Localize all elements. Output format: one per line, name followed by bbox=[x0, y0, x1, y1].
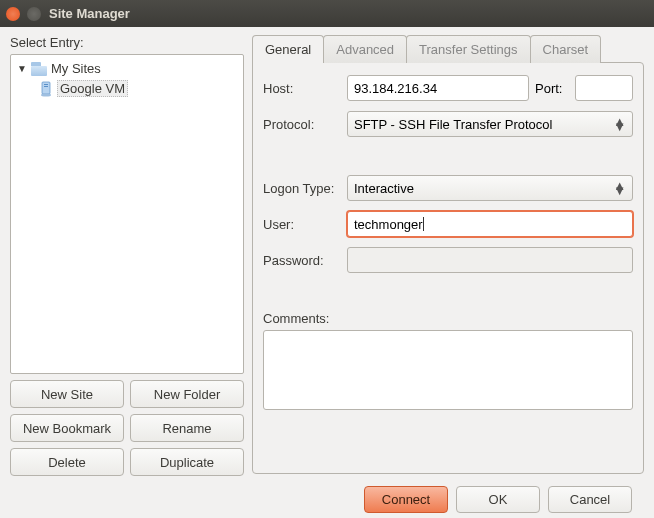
left-panel: Select Entry: ▼ My Sites Google VM New S… bbox=[10, 35, 244, 476]
user-label: User: bbox=[263, 217, 341, 232]
rename-button[interactable]: Rename bbox=[130, 414, 244, 442]
tree-site-item[interactable]: Google VM bbox=[13, 78, 241, 99]
protocol-label: Protocol: bbox=[263, 117, 341, 132]
dialog-footer: Connect OK Cancel bbox=[10, 476, 644, 513]
text-cursor bbox=[423, 217, 424, 231]
tab-panel-general: Host: Port: Protocol: SFTP - SSH File Tr… bbox=[252, 62, 644, 474]
folder-icon bbox=[31, 62, 47, 76]
connect-button[interactable]: Connect bbox=[364, 486, 448, 513]
select-entry-label: Select Entry: bbox=[10, 35, 244, 50]
svg-point-3 bbox=[41, 93, 51, 96]
protocol-value: SFTP - SSH File Transfer Protocol bbox=[354, 117, 552, 132]
close-icon[interactable] bbox=[6, 7, 20, 21]
protocol-select[interactable]: SFTP - SSH File Transfer Protocol ▲▼ bbox=[347, 111, 633, 137]
server-icon bbox=[39, 81, 53, 97]
delete-button[interactable]: Delete bbox=[10, 448, 124, 476]
password-label: Password: bbox=[263, 253, 341, 268]
cancel-button[interactable]: Cancel bbox=[548, 486, 632, 513]
comments-label: Comments: bbox=[263, 311, 633, 326]
titlebar: Site Manager bbox=[0, 0, 654, 27]
tab-bar: General Advanced Transfer Settings Chars… bbox=[252, 35, 644, 63]
updown-icon: ▲▼ bbox=[613, 119, 626, 129]
logon-type-select[interactable]: Interactive ▲▼ bbox=[347, 175, 633, 201]
host-label: Host: bbox=[263, 81, 341, 96]
tab-general[interactable]: General bbox=[252, 35, 324, 63]
logon-type-value: Interactive bbox=[354, 181, 414, 196]
tree-root[interactable]: ▼ My Sites bbox=[13, 59, 241, 78]
password-input bbox=[347, 247, 633, 273]
duplicate-button[interactable]: Duplicate bbox=[130, 448, 244, 476]
user-input[interactable]: techmonger bbox=[347, 211, 633, 237]
new-bookmark-button[interactable]: New Bookmark bbox=[10, 414, 124, 442]
user-value: techmonger bbox=[354, 217, 423, 232]
port-label: Port: bbox=[535, 81, 569, 96]
minimize-icon[interactable] bbox=[27, 7, 41, 21]
tree-site-label: Google VM bbox=[57, 80, 128, 97]
comments-textarea[interactable] bbox=[263, 330, 633, 410]
tab-charset[interactable]: Charset bbox=[530, 35, 602, 63]
window-title: Site Manager bbox=[49, 6, 130, 21]
logon-type-label: Logon Type: bbox=[263, 181, 341, 196]
svg-rect-1 bbox=[44, 84, 48, 85]
updown-icon: ▲▼ bbox=[613, 183, 626, 193]
new-site-button[interactable]: New Site bbox=[10, 380, 124, 408]
port-input[interactable] bbox=[575, 75, 633, 101]
tab-transfer-settings[interactable]: Transfer Settings bbox=[406, 35, 531, 63]
host-input[interactable] bbox=[347, 75, 529, 101]
tab-advanced[interactable]: Advanced bbox=[323, 35, 407, 63]
chevron-down-icon[interactable]: ▼ bbox=[17, 63, 27, 74]
svg-rect-0 bbox=[42, 82, 50, 94]
svg-rect-2 bbox=[44, 86, 48, 87]
window-buttons bbox=[6, 7, 41, 21]
tree-root-label: My Sites bbox=[51, 61, 101, 76]
right-panel: General Advanced Transfer Settings Chars… bbox=[252, 35, 644, 476]
new-folder-button[interactable]: New Folder bbox=[130, 380, 244, 408]
site-tree[interactable]: ▼ My Sites Google VM bbox=[10, 54, 244, 374]
ok-button[interactable]: OK bbox=[456, 486, 540, 513]
